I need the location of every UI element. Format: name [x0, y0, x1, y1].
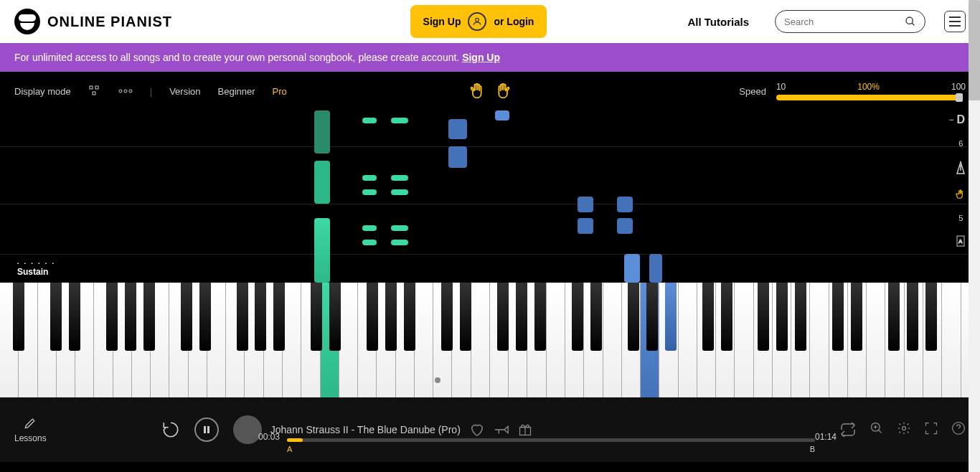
- search-icon[interactable]: [905, 15, 916, 28]
- version-beginner[interactable]: Beginner: [218, 86, 255, 97]
- right-hand-icon[interactable]: [492, 81, 512, 101]
- svg-point-6: [119, 90, 122, 93]
- zoom-icon[interactable]: [870, 421, 884, 435]
- left-hand-icon[interactable]: [468, 81, 488, 101]
- speed-slider[interactable]: [776, 95, 963, 100]
- fullscreen-icon[interactable]: [924, 421, 938, 435]
- signup-link[interactable]: Sign Up: [423, 16, 461, 27]
- search-box[interactable]: [775, 10, 925, 33]
- gift-icon[interactable]: [518, 423, 532, 437]
- falling-note: [362, 189, 377, 195]
- login-link[interactable]: or Login: [494, 16, 534, 27]
- white-key[interactable]: [547, 283, 565, 397]
- white-key[interactable]: [584, 283, 603, 397]
- progress-bar[interactable]: [287, 438, 815, 442]
- white-key[interactable]: [339, 283, 358, 397]
- white-key[interactable]: [942, 283, 961, 397]
- svg-text:A: A: [958, 238, 963, 245]
- svg-rect-3: [90, 86, 93, 89]
- white-key[interactable]: [773, 283, 791, 397]
- white-key[interactable]: [113, 283, 132, 397]
- scrollbar[interactable]: [969, 0, 980, 472]
- rewind-button[interactable]: [161, 420, 180, 439]
- white-key[interactable]: [151, 283, 169, 397]
- white-key[interactable]: [189, 283, 207, 397]
- white-key[interactable]: [132, 283, 151, 397]
- help-icon[interactable]: [951, 421, 966, 435]
- falling-note: [391, 118, 408, 123]
- display-mode-2-icon[interactable]: [118, 87, 133, 95]
- white-key[interactable]: [75, 283, 94, 397]
- svg-point-1: [906, 17, 913, 24]
- white-key[interactable]: [38, 283, 57, 397]
- white-key[interactable]: [565, 283, 584, 397]
- display-mode-1-icon[interactable]: [88, 85, 101, 98]
- white-key[interactable]: [0, 283, 19, 397]
- white-key[interactable]: [358, 283, 377, 397]
- white-key[interactable]: [471, 283, 490, 397]
- white-key[interactable]: [603, 283, 622, 397]
- falling-note: [362, 225, 377, 231]
- white-key[interactable]: [848, 283, 867, 397]
- speed-label: Speed: [739, 86, 766, 97]
- white-key[interactable]: [207, 283, 226, 397]
- white-key[interactable]: [885, 283, 904, 397]
- white-key[interactable]: [735, 283, 753, 397]
- white-key[interactable]: [754, 283, 773, 397]
- white-key[interactable]: [377, 283, 395, 397]
- white-key[interactable]: [226, 283, 245, 397]
- auth-box[interactable]: Sign Up or Login: [410, 5, 547, 38]
- brand-logo[interactable]: ONLINE PIANIST: [14, 9, 172, 34]
- tutorials-link[interactable]: All Tutorials: [687, 16, 749, 28]
- marker-icon[interactable]: A: [956, 235, 966, 247]
- white-key[interactable]: [867, 283, 885, 397]
- white-key[interactable]: [452, 283, 471, 397]
- favorite-icon[interactable]: [469, 422, 485, 438]
- pencil-icon: [23, 416, 37, 430]
- white-key[interactable]: [659, 283, 678, 397]
- falling-note: [391, 189, 408, 195]
- white-key[interactable]: [283, 283, 301, 397]
- white-key[interactable]: [301, 283, 320, 397]
- white-key[interactable]: [905, 283, 923, 397]
- white-key[interactable]: [527, 283, 546, 397]
- pause-button[interactable]: [194, 417, 219, 442]
- white-key[interactable]: [829, 283, 848, 397]
- white-key[interactable]: [94, 283, 113, 397]
- falling-note: [624, 254, 640, 283]
- trumpet-icon[interactable]: [494, 423, 509, 436]
- white-key[interactable]: [697, 283, 716, 397]
- white-key[interactable]: [415, 283, 433, 397]
- version-pro[interactable]: Pro: [273, 86, 287, 97]
- white-key[interactable]: [245, 283, 263, 397]
- falling-note: [448, 146, 467, 168]
- banner-signup-link[interactable]: Sign Up: [462, 52, 500, 63]
- white-key[interactable]: [509, 283, 527, 397]
- svg-rect-11: [204, 426, 206, 433]
- falling-note: [391, 225, 408, 231]
- white-key[interactable]: [641, 283, 659, 397]
- lessons-button[interactable]: Lessons: [14, 416, 47, 443]
- white-key[interactable]: [679, 283, 697, 397]
- settings-icon[interactable]: [897, 421, 911, 435]
- white-key[interactable]: [169, 283, 188, 397]
- white-key[interactable]: [19, 283, 37, 397]
- white-key[interactable]: [321, 283, 339, 397]
- white-key[interactable]: [716, 283, 735, 397]
- piano-keyboard[interactable]: [0, 283, 980, 397]
- menu-button[interactable]: [944, 11, 966, 32]
- svg-point-8: [129, 90, 132, 93]
- loop-icon[interactable]: [839, 421, 857, 438]
- white-key[interactable]: [810, 283, 829, 397]
- white-key[interactable]: [57, 283, 75, 397]
- hand-cursor-icon[interactable]: [954, 188, 967, 201]
- search-input[interactable]: [784, 16, 905, 27]
- metronome-icon[interactable]: [955, 161, 966, 175]
- white-key[interactable]: [264, 283, 283, 397]
- white-key[interactable]: [622, 283, 641, 397]
- white-key[interactable]: [396, 283, 415, 397]
- white-key[interactable]: [791, 283, 810, 397]
- white-key[interactable]: [923, 283, 942, 397]
- falling-note: [617, 197, 633, 212]
- white-key[interactable]: [490, 283, 509, 397]
